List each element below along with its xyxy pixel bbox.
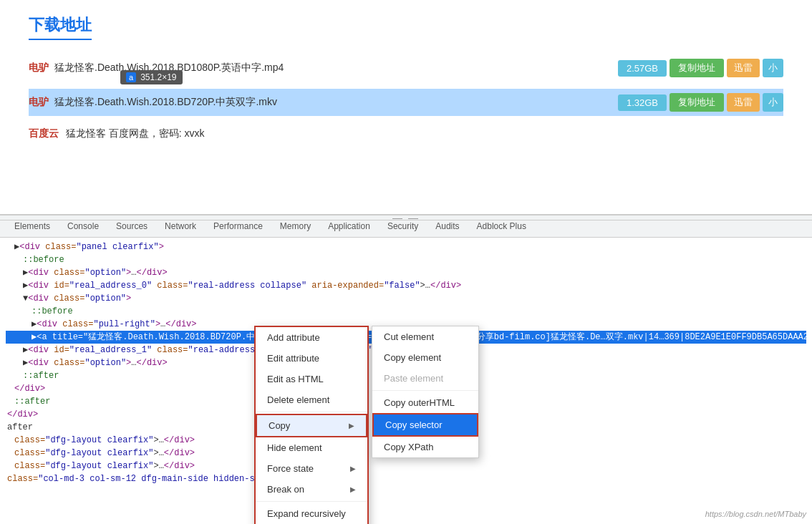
submenu-copy-selector[interactable]: Copy selector (372, 413, 478, 437)
size-button-2[interactable]: 1.32GB (618, 94, 667, 111)
copy-outerhtml-label: Copy outerHTML (384, 397, 455, 408)
copy-submenu-arrow: ▶ (349, 422, 354, 430)
page-title: 下载地址 (29, 14, 92, 40)
size-button-1[interactable]: 2.57GB (618, 60, 667, 77)
html-line: ▼<div class="option"> (6, 292, 806, 305)
tooltip-box: a 351.2×19 (120, 70, 183, 84)
submenu-cut-element[interactable]: Cut element (372, 326, 478, 347)
copy-submenu: Cut element Copy element Paste element C… (372, 326, 479, 458)
context-menu-edit-html[interactable]: Edit as HTML (256, 369, 367, 389)
submenu-divider (372, 390, 478, 391)
submenu-copy-element[interactable]: Copy element (372, 347, 478, 368)
small-button-1[interactable]: 小 (763, 59, 783, 77)
hide-element-label: Hide element (267, 442, 322, 453)
context-menu-edit-attribute[interactable]: Edit attribute (256, 348, 367, 369)
copy-addr-button-2[interactable]: 复制地址 (670, 93, 724, 112)
copy-selector-label: Copy selector (385, 419, 442, 430)
delete-element-label: Delete element (267, 394, 329, 405)
force-state-arrow: ▶ (350, 465, 356, 472)
tooltip-a-label: a (126, 72, 136, 82)
html-line: class="col-md-3 col-sm-12 dfg-main-side … (6, 472, 806, 485)
force-state-label: Force state (267, 463, 314, 474)
html-line: ::before (6, 253, 806, 266)
edit-html-label: Edit as HTML (267, 374, 324, 384)
context-menu-hide[interactable]: Hide element (256, 437, 367, 458)
context-menu-add-attribute[interactable]: Add attribute (256, 327, 367, 348)
context-menu-expand[interactable]: Expand recursively (256, 503, 367, 524)
expand-label: Expand recursively (267, 508, 346, 519)
resize-dots: — — (392, 212, 420, 223)
copy-label: Copy (269, 420, 290, 431)
context-menu-force-state[interactable]: Force state ▶ (256, 458, 367, 479)
copy-addr-button-1[interactable]: 复制地址 (670, 59, 724, 77)
html-line: ::before (6, 305, 806, 318)
divider-2 (256, 501, 367, 502)
edit-attribute-label: Edit attribute (267, 353, 319, 364)
break-on-arrow: ▶ (350, 485, 356, 493)
thunder-button-1[interactable]: 迅雷 (727, 59, 760, 77)
submenu-copy-xpath[interactable]: Copy XPath (372, 437, 478, 457)
context-menu-delete[interactable]: Delete element (256, 389, 367, 410)
baidu-row: 百度云 猛龙怪客 百度网盘，密码: xvxk (29, 127, 783, 140)
break-on-label: Break on (267, 484, 304, 495)
webpage-area: 下载地址 电驴 猛龙怪客.Death.Wish.2018.BD1080P.英语中… (0, 0, 812, 215)
copy-element-label: Copy element (384, 352, 441, 363)
html-line: ▶<div class="panel clearfix"> (6, 241, 806, 253)
divider-1 (256, 412, 367, 412)
context-menu: Add attribute Edit attribute Edit as HTM… (254, 326, 369, 524)
file-name-2: 猛龙怪客.Death.Wish.2018.BD720P.中英双字.mkv (54, 96, 612, 109)
watermark: https://blog.csdn.net/MTbaby (705, 510, 806, 518)
thunder-button-2[interactable]: 迅雷 (727, 93, 760, 112)
context-menu-copy[interactable]: Copy ▶ (256, 414, 367, 437)
tooltip-dimensions: 351.2×19 (140, 72, 176, 82)
devtools-area: Elements Console Sources Network Perform… (0, 215, 812, 524)
baidu-label: 百度云 (29, 127, 59, 139)
submenu-copy-outerhtml[interactable]: Copy outerHTML (372, 392, 478, 413)
cut-element-label: Cut element (384, 331, 434, 342)
baidu-text: 猛龙怪客 百度网盘，密码: xvxk (66, 127, 205, 139)
small-button-2[interactable]: 小 (763, 93, 783, 112)
file-label-2: 电驴 (29, 96, 49, 109)
resize-handle[interactable]: — — (0, 215, 812, 220)
html-line: ▶<div id="real_address_0" class="real-ad… (6, 279, 806, 292)
copy-xpath-label: Copy XPath (384, 442, 433, 452)
paste-element-label: Paste element (384, 373, 443, 384)
html-line: ▶<div class="option">…</div> (6, 266, 806, 279)
add-attribute-label: Add attribute (267, 332, 320, 343)
context-menu-break-on[interactable]: Break on ▶ (256, 479, 367, 500)
html-line: class="dfg-layout clearfix">…</div> (6, 460, 806, 472)
download-row-2: 电驴 猛龙怪客.Death.Wish.2018.BD720P.中英双字.mkv … (29, 89, 783, 116)
submenu-paste-element: Paste element (372, 368, 478, 389)
file-label-1: 电驴 (29, 62, 49, 74)
